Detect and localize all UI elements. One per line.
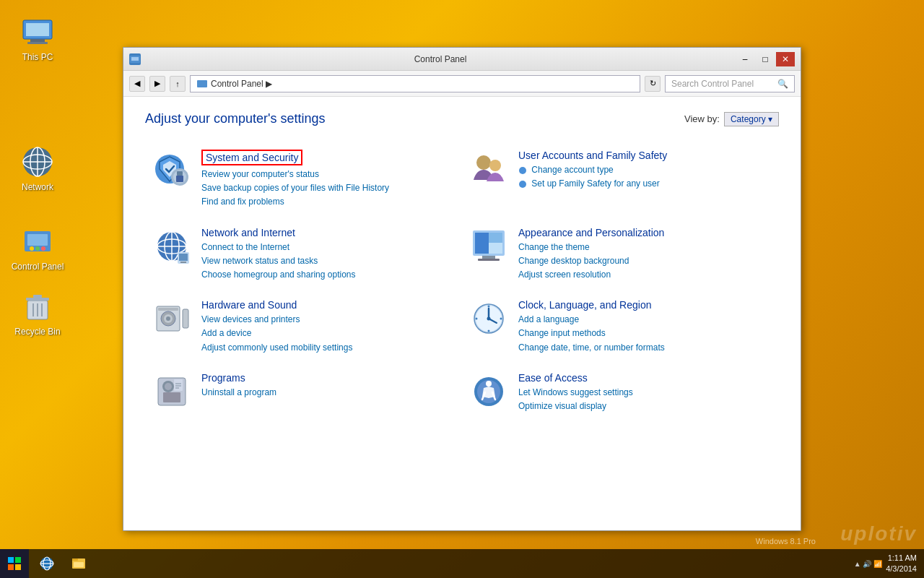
hardware-sound-icon: [152, 299, 191, 338]
svg-rect-45: [489, 233, 502, 243]
clock-language-title[interactable]: Clock, Language, and Region: [518, 299, 772, 311]
system-security-link-1[interactable]: Review your computer's status: [201, 168, 455, 181]
svg-point-32: [519, 167, 526, 174]
forward-button[interactable]: ▶: [149, 76, 165, 92]
win-version: Windows 8.1 Pro: [756, 537, 816, 545]
taskbar-time: 1:11 AM: [886, 553, 917, 564]
system-security-link-3[interactable]: Find and fix problems: [201, 195, 455, 209]
ease-access-title[interactable]: Ease of Access: [518, 372, 772, 384]
svg-rect-53: [158, 308, 178, 311]
programs-title[interactable]: Programs: [201, 372, 455, 384]
svg-rect-16: [33, 295, 42, 298]
refresh-button[interactable]: ↻: [645, 76, 661, 92]
user-accounts-title[interactable]: User Accounts and Family Safety: [518, 150, 772, 161]
thispc-label: This PC: [22, 52, 53, 62]
minimize-button[interactable]: –: [736, 52, 754, 66]
address-path[interactable]: Control Panel ▶: [190, 75, 640, 92]
appearance-link-3[interactable]: Adjust screen resolution: [518, 268, 772, 282]
svg-point-31: [489, 160, 501, 171]
system-security-link-2[interactable]: Save backup copies of your files with Fi…: [201, 181, 455, 195]
hardware-sound-link-2[interactable]: Add a device: [201, 327, 455, 340]
appearance-link-1[interactable]: Change the theme: [518, 241, 772, 254]
window-icon: [129, 53, 141, 65]
clock-language-link-1[interactable]: Add a language: [518, 313, 772, 327]
user-accounts-icon: [469, 150, 508, 189]
svg-point-59: [487, 317, 491, 321]
svg-point-74: [486, 381, 492, 387]
address-path-text: Control Panel ▶: [211, 79, 272, 89]
hardware-sound-title[interactable]: Hardware and Sound: [201, 299, 455, 311]
svg-point-11: [30, 246, 34, 251]
network-internet-link-1[interactable]: Connect to the Internet: [201, 241, 455, 254]
svg-rect-2: [30, 39, 45, 42]
appearance-title[interactable]: Appearance and Personalization: [518, 227, 772, 238]
search-placeholder: Search Control Panel: [671, 79, 754, 89]
ease-access-icon: [469, 372, 508, 411]
clock-language-link-2[interactable]: Change input methods: [518, 327, 772, 340]
maximize-button[interactable]: □: [756, 52, 775, 66]
desktop-icon-recyclebin[interactable]: Recycle Bin: [9, 289, 66, 337]
system-security-icon: [152, 150, 191, 189]
programs-link-1[interactable]: Uninstall a program: [201, 386, 455, 400]
network-internet-link-2[interactable]: View network status and tasks: [201, 254, 455, 268]
svg-point-60: [488, 306, 490, 308]
category-programs: Programs Uninstall a program: [145, 363, 462, 422]
svg-point-30: [476, 155, 491, 170]
svg-point-67: [165, 383, 172, 390]
svg-rect-86: [72, 558, 78, 561]
appearance-content: Appearance and Personalization Change th…: [518, 227, 772, 282]
svg-rect-22: [197, 80, 207, 87]
hardware-sound-link-1[interactable]: View devices and printers: [201, 313, 455, 327]
content-header: Adjust your computer's settings View by:…: [145, 111, 779, 126]
window-titlebar: Control Panel – □ ✕: [123, 48, 801, 71]
appearance-link-2[interactable]: Change desktop background: [518, 254, 772, 268]
dropdown-arrow: ▾: [768, 114, 772, 124]
clock-language-content: Clock, Language, and Region Add a langua…: [518, 299, 772, 355]
ease-access-link-2[interactable]: Optimize visual display: [518, 400, 772, 413]
network-internet-link-3[interactable]: Choose homegroup and sharing options: [201, 268, 455, 282]
hardware-sound-link-3[interactable]: Adjust commonly used mobility settings: [201, 341, 455, 355]
content-area: Adjust your computer's settings View by:…: [123, 97, 801, 530]
category-network-internet: Network and Internet Connect to the Inte…: [145, 218, 462, 291]
ease-access-link-1[interactable]: Let Windows suggest settings: [518, 386, 772, 400]
svg-rect-29: [176, 176, 183, 182]
controlpanel-label: Control Panel: [12, 262, 64, 272]
network-internet-title[interactable]: Network and Internet: [201, 227, 455, 238]
svg-point-62: [476, 318, 478, 320]
category-system-security: System and Security Review your computer…: [145, 141, 462, 218]
network-internet-content: Network and Internet Connect to the Inte…: [201, 227, 455, 282]
desktop-icon-controlpanel[interactable]: Control Panel: [9, 224, 66, 272]
svg-rect-48: [478, 259, 500, 261]
system-security-content: System and Security Review your computer…: [201, 150, 455, 210]
taskbar-tray: ▲ 🔊 📶 1:11 AM 4/3/2014: [847, 553, 924, 575]
view-by-dropdown[interactable]: Category ▾: [724, 112, 779, 126]
hardware-sound-content: Hardware and Sound View devices and prin…: [201, 299, 455, 355]
close-button[interactable]: ✕: [776, 52, 795, 66]
desktop-icon-network[interactable]: Network: [9, 144, 66, 192]
programs-content: Programs Uninstall a program: [201, 372, 455, 400]
svg-point-12: [35, 246, 40, 251]
back-button[interactable]: ◀: [129, 76, 145, 92]
ease-access-content: Ease of Access Let Windows suggest setti…: [518, 372, 772, 413]
user-accounts-link-1[interactable]: Change account type: [518, 163, 772, 177]
svg-rect-46: [489, 243, 502, 254]
svg-rect-41: [180, 262, 186, 263]
taskbar: ▲ 🔊 📶 1:11 AM 4/3/2014: [0, 549, 924, 578]
appearance-icon: [469, 227, 508, 266]
taskbar-ie[interactable]: [32, 551, 61, 577]
taskbar-clock[interactable]: 1:11 AM 4/3/2014: [886, 553, 917, 575]
up-button[interactable]: ↑: [170, 76, 186, 92]
page-title: Adjust your computer's settings: [145, 111, 326, 126]
desktop-icon-thispc[interactable]: This PC: [9, 14, 66, 62]
svg-rect-40: [179, 254, 188, 261]
network-internet-icon: [152, 227, 191, 266]
search-icon: 🔍: [777, 79, 788, 89]
user-accounts-link-2[interactable]: Set up Family Safety for any user: [518, 177, 772, 191]
start-button[interactable]: [0, 549, 29, 578]
category-clock-language: Clock, Language, and Region Add a langua…: [462, 290, 779, 363]
svg-rect-3: [27, 42, 48, 44]
system-security-title[interactable]: System and Security: [201, 150, 302, 165]
search-box[interactable]: Search Control Panel 🔍: [665, 75, 795, 92]
taskbar-explorer[interactable]: [64, 551, 93, 577]
clock-language-link-3[interactable]: Change date, time, or number formats: [518, 341, 772, 355]
